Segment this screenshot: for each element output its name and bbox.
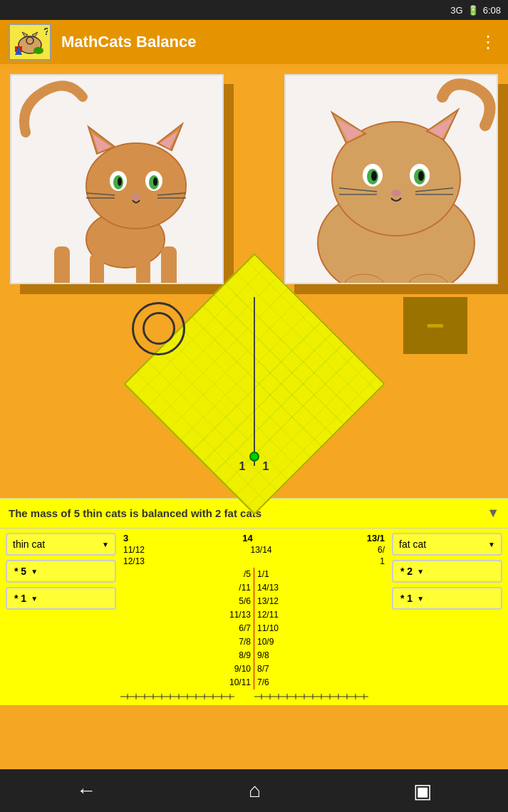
right-mult2-arrow: ▼	[417, 595, 424, 603]
fat-cat-panel	[284, 74, 498, 284]
svg-point-21	[118, 177, 122, 186]
clock: 6:08	[483, 5, 501, 16]
svg-rect-28	[90, 254, 104, 284]
svg-point-44	[418, 171, 424, 181]
frac-header-mid: 14	[242, 533, 252, 543]
fat-cat-svg	[286, 76, 498, 284]
svg-point-12	[86, 143, 186, 229]
fractions-left-col: /5 /11 5/6 11/13 6/7 7/8 8/9 9/10 10/11	[120, 568, 254, 689]
frac-header-left: 3	[123, 533, 128, 543]
svg-point-23	[132, 194, 140, 199]
cats-area	[0, 64, 508, 284]
tick-marks	[120, 692, 388, 701]
minus-icon: −	[426, 308, 445, 343]
svg-point-22	[153, 177, 157, 186]
right-ticks	[254, 692, 388, 701]
svg-point-2	[26, 37, 33, 44]
left-cat-dropdown[interactable]: thin cat ▼	[6, 533, 116, 556]
recent-button[interactable]: ▣	[396, 774, 449, 808]
app-logo: ?	[9, 24, 51, 61]
right-mult2-label: * 1	[400, 593, 413, 604]
fractions-main: /5 /11 5/6 11/13 6/7 7/8 8/9 9/10 10/11 …	[120, 568, 388, 689]
signal-indicator: 3G	[450, 5, 462, 16]
nav-bar: ← ⌂ ▣	[0, 769, 508, 812]
controls-area: thin cat ▼ * 5 ▼ * 1 ▼ 3 14	[0, 529, 508, 705]
main-content: − 1 1 The mass of 5 thin cats is balance…	[0, 64, 508, 769]
right-number: 1	[263, 460, 269, 473]
frac-header-right: 13/1	[367, 533, 385, 543]
right-mult1-button[interactable]: * 2 ▼	[392, 560, 502, 583]
balance-ball-inner	[142, 312, 175, 345]
left-mult1-row: * 5 ▼	[6, 560, 116, 583]
balance-numbers: 1 1	[239, 460, 269, 473]
thin-cat-svg	[11, 76, 224, 284]
svg-rect-31	[161, 246, 177, 284]
right-mult1-label: * 2	[400, 566, 413, 577]
svg-point-45	[391, 189, 401, 197]
menu-button[interactable]: ⋮	[477, 29, 499, 55]
right-cat-dropdown-arrow: ▼	[488, 541, 495, 548]
right-mult2-row: * 1 ▼	[392, 587, 502, 610]
back-button[interactable]: ←	[59, 774, 113, 808]
right-mult1-arrow: ▼	[417, 568, 424, 576]
right-mult1-row: * 2 ▼	[392, 560, 502, 583]
left-cat-dropdown-arrow: ▼	[102, 541, 109, 548]
left-mult1-button[interactable]: * 5 ▼	[6, 560, 116, 583]
message-dropdown-icon[interactable]: ▼	[487, 506, 499, 521]
svg-point-7	[33, 47, 43, 54]
fractions-area: 3 14 13/1 11/12 13/14 6/ 12/13 1 /5 /11 …	[120, 533, 388, 701]
left-mult1-arrow: ▼	[31, 568, 38, 576]
balance-area: − 1 1	[0, 270, 508, 498]
balance-line	[254, 297, 255, 466]
right-cat-dropdown[interactable]: fat cat ▼	[392, 533, 502, 556]
svg-rect-30	[54, 246, 70, 284]
balance-minus-box: −	[403, 297, 467, 354]
right-cat-label: fat cat	[399, 538, 426, 550]
left-mult1-label: * 5	[14, 566, 26, 577]
balance-ball	[132, 302, 185, 355]
left-mult2-label: * 1	[14, 593, 26, 604]
battery-icon: 🔋	[467, 5, 479, 16]
left-ticks	[120, 692, 254, 701]
fractions-header: 3 14 13/1	[120, 533, 388, 543]
svg-text:?: ?	[43, 26, 48, 37]
app-title: MathCats Balance	[61, 33, 477, 51]
thin-cat-container	[10, 74, 224, 284]
right-controls: fat cat ▼ * 2 ▼ * 1 ▼	[392, 533, 502, 610]
left-controls: thin cat ▼ * 5 ▼ * 1 ▼	[6, 533, 116, 610]
svg-rect-29	[136, 254, 150, 284]
right-mult2-button[interactable]: * 1 ▼	[392, 587, 502, 610]
left-mult2-button[interactable]: * 1 ▼	[6, 587, 116, 610]
fractions-row3: 12/13 1	[120, 556, 388, 566]
svg-point-43	[371, 171, 377, 181]
balance-message: The mass of 5 thin cats is balanced with…	[9, 507, 261, 519]
fat-cat-container	[284, 74, 498, 284]
fractions-row2: 11/12 13/14 6/	[120, 545, 388, 555]
status-bar: 3G 🔋 6:08	[0, 0, 508, 20]
app-bar: ? MathCats Balance ⋮	[0, 20, 508, 64]
left-cat-label: thin cat	[13, 538, 45, 550]
left-number: 1	[239, 460, 246, 473]
left-mult2-row: * 1 ▼	[6, 587, 116, 610]
home-button[interactable]: ⌂	[232, 774, 278, 808]
thin-cat-panel	[10, 74, 224, 284]
fractions-right-col: 1/1 14/13 13/12 12/11 11/10 10/9 9/8 8/7…	[254, 568, 388, 689]
left-mult2-arrow: ▼	[31, 595, 38, 603]
